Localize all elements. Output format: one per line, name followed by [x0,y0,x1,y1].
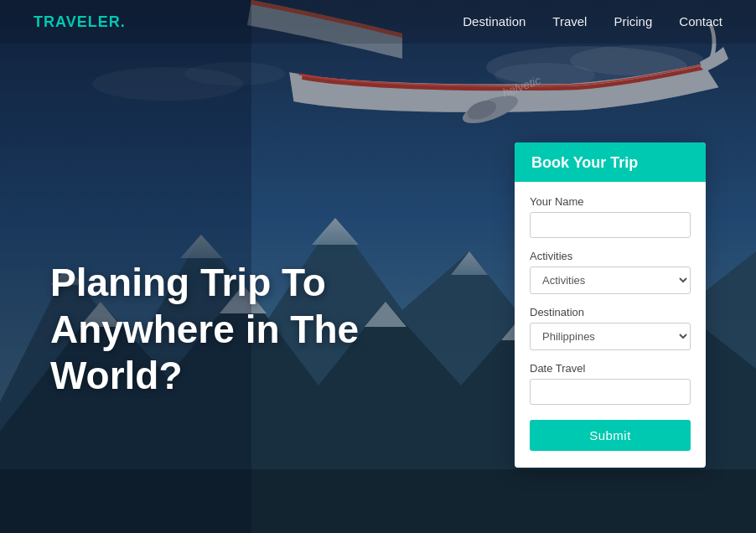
booking-card-title: Book Your Trip [531,154,689,172]
destination-label: Destination [530,306,691,318]
activities-select[interactable]: Activities Adventure Cultural Beach Moun… [530,266,691,294]
nav-menu: Destination Travel Pricing Contact [463,14,722,29]
date-group: Date Travel [530,362,691,405]
booking-card: Book Your Trip Your Name Activities Acti… [515,142,706,468]
hero-line-1: Planing Trip To [50,261,326,304]
name-label: Your Name [530,195,691,208]
nav-item-travel[interactable]: Travel [552,14,587,29]
booking-card-header: Book Your Trip [515,142,706,182]
nav-item-destination[interactable]: Destination [463,14,526,29]
brand-logo[interactable]: TRAVELER. [34,13,126,31]
name-group: Your Name [530,195,691,238]
date-label: Date Travel [530,362,691,375]
nav-item-pricing[interactable]: Pricing [614,14,652,29]
brand-name: TRAVELER [34,13,121,30]
nav-item-contact[interactable]: Contact [679,14,722,29]
submit-button[interactable]: Submit [530,420,691,451]
activities-label: Activities [530,250,691,262]
navbar: TRAVELER. Destination Travel Pricing Con… [0,0,756,44]
hero-text-block: Planing Trip To Anywhere in The World? [50,260,359,399]
destination-group: Destination Philippines Thailand Japan I… [530,306,691,350]
brand-dot: . [121,13,126,30]
destination-select[interactable]: Philippines Thailand Japan Italy France … [530,323,691,350]
date-input[interactable] [530,379,691,405]
booking-card-body: Your Name Activities Activities Adventur… [515,182,706,468]
name-input[interactable] [530,212,691,238]
hero-line-3: World? [50,354,183,397]
hero-headline: Planing Trip To Anywhere in The World? [50,260,359,399]
hero-line-2: Anywhere in The [50,308,359,351]
activities-group: Activities Activities Adventure Cultural… [530,250,691,294]
